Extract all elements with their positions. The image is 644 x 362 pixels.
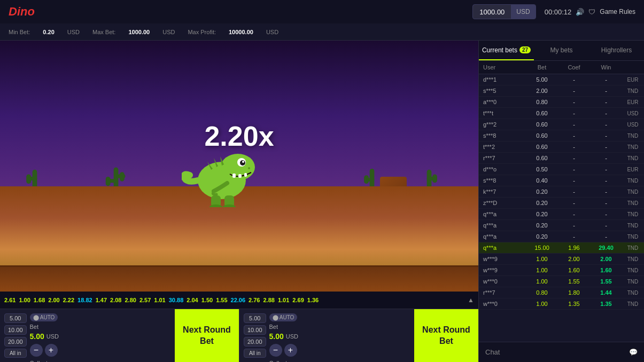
auto-toggle-icon: ⬤ (33, 314, 39, 320)
bet-amounts-2: 5.00 10.00 20.00 All in (244, 313, 266, 358)
td-win: - (590, 177, 622, 184)
header: Dino 1000.00 USD 00:00:12 🔊 🛡 Game Rules (0, 0, 644, 23)
history-item: 2.69 (292, 297, 304, 303)
auto-toggle-1[interactable]: ⬤ AUTO (30, 313, 58, 321)
balance-currency: USD (511, 5, 535, 19)
td-win: 1.35 (590, 301, 622, 307)
td-bet: 0.60 (526, 155, 558, 161)
td-user: q***a (483, 245, 526, 251)
td-win: - (590, 155, 622, 161)
td-win: - (590, 132, 622, 139)
tab-my-bets[interactable]: My bets (534, 41, 589, 60)
table-header: User Bet Coef Win (479, 61, 644, 74)
svg-rect-17 (238, 174, 242, 178)
table-row: g***2 0.60 - - USD (479, 119, 644, 130)
ground-crack (0, 265, 478, 292)
stats-bar: Min Bet: 0.20 USD Max Bet: 1000.00 USD M… (0, 23, 644, 41)
td-user: k***7 (483, 188, 526, 195)
bet-decrease-btn-2[interactable]: − (269, 344, 282, 357)
td-win: - (590, 222, 622, 229)
history-item: 22.06 (231, 297, 246, 303)
td-bet: 0.20 (526, 211, 558, 217)
td-bet: 0.60 (526, 132, 558, 139)
sound-icon[interactable]: 🔊 (576, 8, 584, 16)
bet-panel-1: 5.00 10.00 20.00 All in ⬤ AUTO Bet (0, 309, 175, 362)
td-currency: TND (622, 178, 643, 184)
td-user: r***7 (483, 289, 526, 296)
td-win: - (590, 121, 622, 128)
bet-amount-10-btn-2[interactable]: 10.00 (244, 325, 266, 335)
bet-decrease-btn-1[interactable]: − (30, 344, 43, 357)
td-currency: TND (622, 234, 643, 240)
td-bet: 0.50 (526, 166, 558, 172)
bet-allin-btn-2[interactable]: All in (244, 349, 266, 358)
history-item: 2.61 (4, 297, 15, 303)
td-currency: TND (622, 133, 643, 139)
td-user: w***0 (483, 278, 526, 285)
td-user: t***2 (483, 144, 526, 150)
td-coef: 1.35 (558, 301, 590, 307)
history-item: 1.68 (34, 297, 45, 303)
rules-icon[interactable]: 🛡 (588, 8, 595, 16)
panel-tabs: Current bets27My betsHighrollers (479, 41, 644, 61)
bet-increase-btn-2[interactable]: + (284, 344, 297, 357)
table-row: w***0 1.00 1.55 1.55 TND (479, 276, 644, 287)
bet-amount-5-btn-1[interactable]: 5.00 (4, 313, 27, 323)
svg-rect-18 (244, 173, 247, 177)
td-currency: TND (622, 189, 643, 195)
bet-label-2: Bet (269, 324, 278, 330)
history-scroll-left[interactable]: ▲ (468, 296, 474, 304)
bet-amount-20-btn-1[interactable]: 20.00 (4, 337, 27, 347)
td-coef: 1.55 (558, 278, 590, 285)
td-currency: TND (622, 211, 643, 217)
balance-box[interactable]: 1000.00 USD (472, 4, 536, 19)
th-bet: Bet (526, 64, 558, 70)
td-bet: 0.20 (526, 200, 558, 206)
td-bet: 0.60 (526, 144, 558, 150)
td-currency: EUR (622, 167, 643, 172)
table-row: w***9 1.00 2.00 2.00 TND (479, 254, 644, 265)
bet-amount-10-btn-1[interactable]: 10.00 (4, 325, 27, 335)
tab-current-bets[interactable]: Current bets27 (479, 41, 534, 60)
bet-amount-20-btn-2[interactable]: 20.00 (244, 337, 266, 347)
td-coef: - (558, 222, 590, 229)
tab-highrollers[interactable]: Highrollers (589, 41, 644, 60)
td-bet: 0.20 (526, 233, 558, 240)
bet-increase-btn-1[interactable]: + (45, 344, 58, 357)
auto-row-1: ⬤ AUTO (30, 313, 170, 321)
td-bet: 15.00 (526, 245, 558, 251)
bet-value-row-1: Bet (30, 324, 170, 330)
td-bet: 0.20 (526, 222, 558, 229)
next-round-bet-btn-1[interactable]: Next Round Bet (175, 309, 239, 362)
svg-rect-7 (106, 176, 111, 186)
td-coef: - (558, 166, 590, 172)
history-item: 1.01 (278, 297, 289, 303)
history-item: 2.80 (125, 297, 136, 303)
svg-rect-5 (120, 172, 125, 182)
next-round-bet-btn-2[interactable]: Next Round Bet (414, 309, 478, 362)
td-currency: TND (622, 200, 643, 206)
svg-rect-13 (364, 175, 369, 184)
auto-toggle-label-2: AUTO (280, 314, 294, 320)
td-coef: - (558, 211, 590, 217)
auto-toggle-label: AUTO (40, 314, 55, 320)
history-item: 30.88 (169, 297, 184, 303)
bet-currency-1: USD (46, 333, 59, 340)
game-rules-link[interactable]: Game Rules (600, 8, 635, 15)
chat-icon[interactable]: 💬 (629, 348, 638, 356)
td-win: - (590, 166, 622, 172)
history-item: 2.00 (48, 297, 59, 303)
td-user: q***a (483, 211, 526, 217)
td-coef: - (558, 121, 590, 128)
td-bet: 1.00 (526, 301, 558, 307)
auto-toggle-2[interactable]: ⬤ AUTO (269, 313, 298, 321)
table-row: d***1 5.00 - - EUR (479, 74, 644, 85)
bet-allin-btn-1[interactable]: All in (4, 349, 27, 358)
td-currency: TND (622, 301, 643, 307)
th-coef: Coef (558, 64, 590, 70)
max-profit-label: Max Profit: (188, 29, 216, 35)
bet-amount-5-btn-2[interactable]: 5.00 (244, 313, 266, 323)
td-bet: 5.00 (526, 76, 558, 83)
td-coef: - (558, 110, 590, 116)
tab-badge: 27 (519, 46, 531, 53)
